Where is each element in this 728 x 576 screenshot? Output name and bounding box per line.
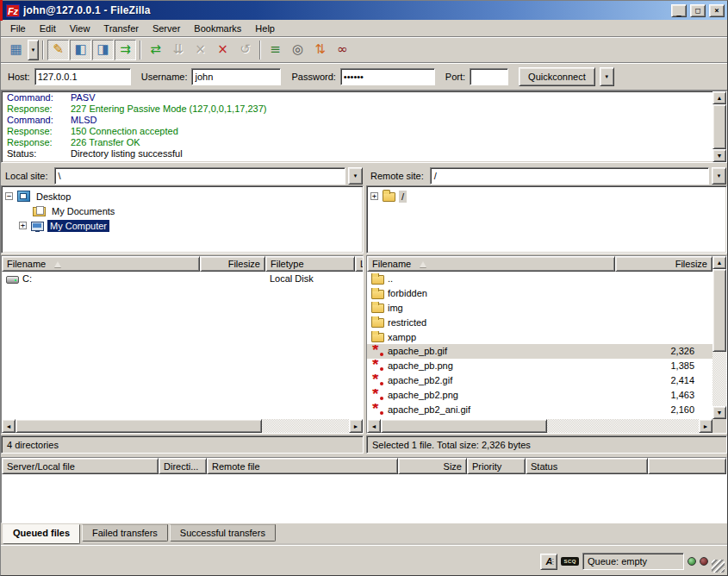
- toggle-message-log-icon: ✎: [53, 43, 64, 56]
- scrollbar-thumb[interactable]: [16, 419, 262, 433]
- username-input[interactable]: [191, 68, 281, 85]
- menu-help[interactable]: Help: [248, 22, 282, 35]
- scroll-up-icon[interactable]: [712, 91, 726, 104]
- toggle-transfer-queue-button[interactable]: ⇉: [115, 40, 136, 60]
- scrollbar-track: [712, 352, 726, 406]
- image-icon: [371, 404, 384, 416]
- tab-successful-transfers[interactable]: Successful transfers: [170, 524, 276, 542]
- remote-vertical-scrollbar[interactable]: [712, 256, 726, 419]
- file-size-cell: 2,160: [615, 404, 699, 415]
- menu-server[interactable]: Server: [146, 22, 187, 35]
- site-manager-button[interactable]: ▦: [5, 40, 27, 60]
- local-file-row[interactable]: C:Local Disk: [2, 272, 363, 286]
- expand-icon[interactable]: [370, 192, 378, 200]
- scroll-down-icon[interactable]: [712, 406, 726, 419]
- tab-queued-files[interactable]: Queued files: [3, 524, 80, 544]
- menu-edit[interactable]: Edit: [33, 22, 63, 35]
- tree-item-[interactable]: /: [370, 189, 725, 203]
- host-label: Host:: [8, 72, 30, 82]
- expand-icon[interactable]: [19, 222, 27, 229]
- menu-view[interactable]: View: [63, 22, 97, 35]
- queue-column-priority[interactable]: Priority: [467, 458, 526, 474]
- close-button[interactable]: ×: [709, 4, 725, 17]
- toggle-message-log-button[interactable]: ✎: [47, 40, 69, 60]
- local-site-dropdown[interactable]: [348, 167, 363, 185]
- scroll-down-icon[interactable]: [712, 149, 726, 162]
- column-header-filename[interactable]: Filename: [2, 256, 200, 272]
- queue-column-server-local-file[interactable]: Server/Local file: [2, 458, 159, 474]
- queue-column-size[interactable]: Size: [398, 458, 467, 474]
- column-header-l[interactable]: L: [355, 256, 363, 272]
- remote-file-row[interactable]: apache_pb2_ani.gif2,160: [367, 402, 712, 416]
- file-name: apache_pb2.gif: [388, 375, 452, 385]
- toggle-local-tree-button[interactable]: ◧: [70, 40, 91, 60]
- folder-open-icon: [383, 192, 395, 202]
- directory-listing-filters-button[interactable]: ≡: [264, 40, 286, 60]
- menu-bookmarks[interactable]: Bookmarks: [187, 22, 248, 35]
- scrollbar-thumb[interactable]: [712, 269, 726, 352]
- remote-file-row[interactable]: img: [367, 301, 712, 316]
- scrollbar-thumb[interactable]: [381, 419, 547, 433]
- remote-file-row[interactable]: restricted: [367, 315, 712, 329]
- image-icon: [371, 374, 384, 386]
- scroll-up-icon[interactable]: [712, 256, 726, 269]
- log-line: Command:PASV: [7, 92, 711, 103]
- local-directory-tree: DesktopMy DocumentsMy Computer: [1, 185, 364, 254]
- transfer-type-ascii-icon[interactable]: A: [540, 554, 557, 570]
- column-header-filename[interactable]: Filename: [367, 256, 615, 272]
- scroll-left-icon[interactable]: [367, 419, 381, 433]
- log-scrollbar[interactable]: [712, 91, 726, 162]
- scrollbar-thumb[interactable]: [712, 104, 726, 149]
- tree-item-my-computer[interactable]: My Computer: [5, 218, 361, 233]
- column-header-filesize[interactable]: Filesize: [200, 256, 265, 272]
- maximize-button[interactable]: □: [690, 4, 706, 17]
- remote-site-dropdown[interactable]: [712, 167, 726, 185]
- password-input[interactable]: [340, 68, 435, 85]
- tree-item-desktop[interactable]: Desktop: [5, 189, 361, 203]
- queue-column-directi[interactable]: Directi...: [159, 458, 207, 474]
- quickconnect-dropdown-button[interactable]: [600, 67, 614, 86]
- site-manager-dropdown[interactable]: [28, 40, 39, 60]
- local-site-path[interactable]: \: [54, 167, 345, 185]
- host-input[interactable]: [34, 68, 131, 85]
- tree-item-my-documents[interactable]: My Documents: [5, 203, 361, 218]
- remote-file-row[interactable]: ..: [367, 272, 712, 286]
- remote-file-row[interactable]: forbidden: [367, 286, 712, 301]
- scroll-right-icon[interactable]: [349, 419, 363, 433]
- scroll-right-icon[interactable]: [699, 419, 712, 433]
- queue-column-remote-file[interactable]: Remote file: [207, 458, 398, 474]
- port-input[interactable]: [470, 68, 508, 85]
- menu-transfer[interactable]: Transfer: [96, 22, 146, 35]
- menu-file[interactable]: File: [3, 22, 33, 35]
- column-header-filesize[interactable]: Filesize: [615, 256, 712, 272]
- queue-column-status[interactable]: Status: [526, 458, 648, 474]
- local-horizontal-scrollbar[interactable]: [2, 419, 363, 433]
- remote-site-path[interactable]: /: [430, 167, 709, 185]
- remote-file-row[interactable]: apache_pb2.gif2,414: [367, 373, 712, 388]
- find-files-button[interactable]: ∞: [332, 40, 353, 60]
- collapse-icon[interactable]: [5, 192, 13, 200]
- transfer-queue-pane: Server/Local fileDirecti...Remote fileSi…: [1, 457, 727, 523]
- speed-limit-icon[interactable]: SCQ: [561, 557, 579, 566]
- remote-file-row[interactable]: xampp: [367, 329, 712, 344]
- remote-file-row[interactable]: apache_pb.png1,385: [367, 359, 712, 373]
- disconnect-button[interactable]: ×: [212, 40, 233, 60]
- remote-horizontal-scrollbar[interactable]: [367, 419, 726, 433]
- minimize-button[interactable]: _: [671, 4, 687, 17]
- resize-grip[interactable]: [712, 560, 725, 573]
- folder-icon: [371, 275, 384, 285]
- synchronized-browsing-button[interactable]: ⇅: [309, 40, 331, 60]
- remote-file-row[interactable]: apache_pb2.png1,463: [367, 387, 712, 402]
- toggle-remote-tree-button[interactable]: ◨: [92, 40, 114, 60]
- refresh-button[interactable]: ⇄: [145, 40, 166, 60]
- remote-file-row[interactable]: apache_pb.gif2,326: [367, 344, 712, 359]
- status-bar: A SCQ Queue: empty: [1, 545, 727, 576]
- column-header-filetype[interactable]: Filetype: [265, 256, 355, 272]
- tab-failed-transfers[interactable]: Failed transfers: [82, 524, 168, 542]
- scroll-left-icon[interactable]: [2, 419, 16, 433]
- title-bar[interactable]: Fz john@127.0.0.1 - FileZilla _ □ ×: [1, 1, 727, 20]
- directory-comparison-button[interactable]: ◎: [287, 40, 308, 60]
- local-file-list-pane: FilenameFilesizeFiletypeL C:Local Disk: [1, 255, 364, 434]
- quickconnect-button[interactable]: Quickconnect: [519, 67, 595, 86]
- queue-body[interactable]: [2, 474, 726, 523]
